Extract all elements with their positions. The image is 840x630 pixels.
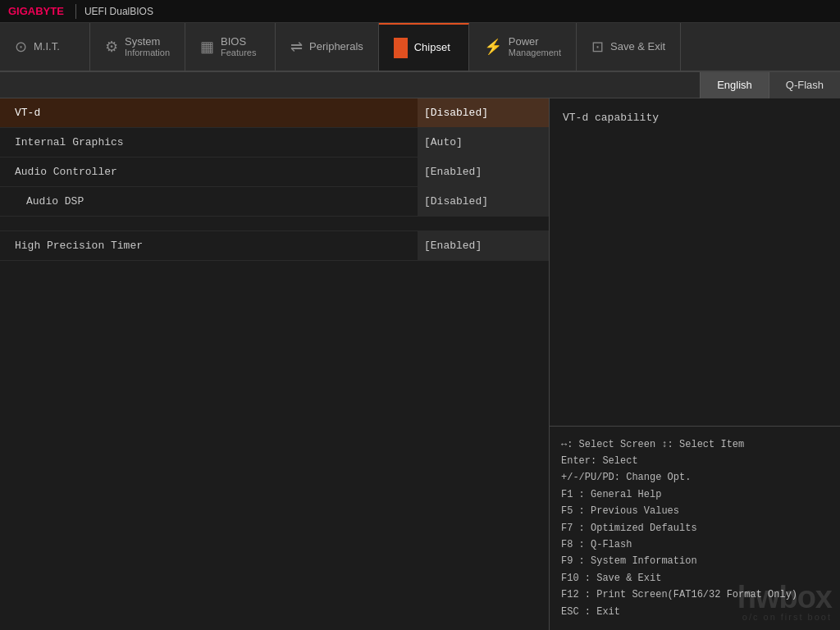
tab-power-mgmt[interactable]: ⚡ Power Management (469, 23, 577, 71)
english-button[interactable]: English (700, 72, 769, 98)
tab-peripherals-label: Peripherals (309, 40, 363, 52)
tab-chipset[interactable]: ■ Chipset (379, 23, 469, 71)
system-info-icon: ⚙ (105, 38, 118, 56)
tab-save-exit[interactable]: ⊡ Save & Exit (577, 23, 681, 71)
tab-save-exit-label: Save & Exit (610, 40, 665, 52)
lang-bar: English Q-Flash (0, 72, 840, 98)
brand-logo: GIGABYTE (8, 5, 64, 17)
tab-bios-features[interactable]: ▦ BIOS Features (185, 23, 276, 71)
setting-name-hpet: High Precision Timer (0, 240, 418, 252)
help-text-area: VT-d capability (550, 98, 840, 427)
shortcut-line: +/-/PU/PD: Change Opt. (561, 469, 829, 486)
shortcut-line: F5 : Previous Values (561, 503, 829, 519)
shortcut-line: F1 : General Help (561, 486, 829, 503)
main-content: VT-d [Disabled] Internal Graphics [Auto]… (0, 98, 840, 630)
shortcut-line: F7 : Optimized Defaults (561, 520, 829, 536)
shortcut-line: Enter: Select (561, 453, 829, 469)
qflash-button[interactable]: Q-Flash (769, 72, 840, 98)
setting-value-igfx: [Auto] (418, 128, 549, 157)
help-text: VT-d capability (563, 112, 659, 124)
tab-system-info[interactable]: ⚙ System Information (90, 23, 185, 71)
tab-mit-label: M.I.T. (34, 40, 60, 52)
table-row[interactable]: Internal Graphics [Auto] (0, 128, 549, 158)
tab-bios-features-label: BIOS (221, 35, 246, 48)
settings-table: VT-d [Disabled] Internal Graphics [Auto]… (0, 98, 549, 261)
tab-system-info-label: System (125, 35, 160, 48)
tab-mit[interactable]: ⊙ M.I.T. (0, 23, 90, 71)
header-bar: GIGABYTE UEFI DualBIOS (0, 0, 840, 23)
setting-value-audio-dsp: [Disabled] (418, 187, 549, 216)
settings-panel: VT-d [Disabled] Internal Graphics [Auto]… (0, 98, 550, 630)
bios-features-icon: ▦ (200, 38, 214, 56)
shortcuts-area: ↔: Select Screen ↕: Select ItemEnter: Se… (550, 427, 840, 630)
setting-name-vtd: VT-d (0, 107, 418, 119)
shortcut-line: F8 : Q-Flash (561, 536, 829, 553)
chipset-icon: ■ (394, 38, 408, 58)
shortcut-line: F12 : Print Screen(FAT16/32 Format Only) (561, 587, 829, 603)
tab-bios-features-sublabel: Features (221, 48, 256, 58)
tab-power-sublabel: Management (509, 48, 561, 58)
header-divider (75, 4, 76, 19)
setting-name-audio-ctrl: Audio Controller (0, 166, 418, 178)
mit-icon: ⊙ (15, 38, 27, 56)
setting-name-igfx: Internal Graphics (0, 136, 418, 148)
peripherals-icon: ⇌ (290, 38, 303, 56)
tab-system-info-sublabel: Information (125, 48, 170, 58)
save-exit-icon: ⊡ (591, 38, 604, 56)
power-icon: ⚡ (484, 38, 502, 56)
setting-value-audio-ctrl: [Enabled] (418, 158, 549, 186)
table-row[interactable]: High Precision Timer [Enabled] (0, 231, 549, 261)
shortcut-line: ↔: Select Screen ↕: Select Item (561, 436, 829, 453)
shortcut-line: F9 : System Information (561, 553, 829, 569)
setting-value-vtd: [Disabled] (418, 98, 549, 127)
tab-power-label: Power (509, 35, 539, 48)
shortcut-line: F10 : Save & Exit (561, 570, 829, 587)
setting-name-audio-dsp: Audio DSP (0, 195, 418, 208)
table-row[interactable]: VT-d [Disabled] (0, 98, 549, 128)
shortcut-line: ESC : Exit (561, 604, 829, 620)
uefi-label: UEFI DualBIOS (84, 6, 153, 17)
right-panel: VT-d capability ↔: Select Screen ↕: Sele… (550, 98, 840, 630)
nav-tabs: ⊙ M.I.T. ⚙ System Information ▦ BIOS Fea… (0, 23, 840, 72)
tab-chipset-label: Chipset (414, 41, 450, 53)
table-row[interactable]: Audio Controller [Enabled] (0, 158, 549, 187)
table-row[interactable]: Audio DSP [Disabled] (0, 187, 549, 217)
settings-spacer (0, 217, 549, 231)
setting-value-hpet: [Enabled] (418, 231, 549, 260)
tab-peripherals[interactable]: ⇌ Peripherals (276, 23, 379, 71)
